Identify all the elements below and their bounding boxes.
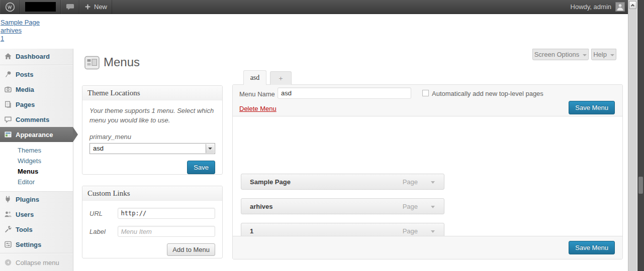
wordpress-logo-icon bbox=[5, 2, 15, 12]
posts-icon bbox=[4, 70, 12, 78]
menu-item-type: Page bbox=[403, 178, 418, 186]
sidebar-item-label: Dashboard bbox=[16, 53, 50, 60]
theme-locations-description: Your theme supports 1 menu. Select which… bbox=[89, 106, 215, 125]
menu-name-field[interactable] bbox=[278, 87, 411, 99]
expand-item-icon[interactable] bbox=[431, 230, 435, 233]
settings-icon bbox=[4, 240, 12, 248]
theme-locations-body: Your theme supports 1 menu. Select which… bbox=[82, 106, 222, 174]
menu-settings-bar: Menu Name Automatically add new top-leve… bbox=[233, 85, 622, 116]
sidebar-item-dashboard[interactable]: Dashboard bbox=[0, 49, 73, 64]
expand-item-icon[interactable] bbox=[431, 181, 435, 184]
media-icon bbox=[4, 85, 12, 93]
custom-links-box: Custom Links URL Label Add to Menu bbox=[82, 186, 223, 258]
auto-add-pages-checkbox[interactable] bbox=[422, 90, 429, 96]
comments-icon bbox=[4, 115, 12, 123]
page-link-arhives[interactable]: arhives bbox=[1, 27, 40, 35]
chevron-up-icon bbox=[631, 4, 634, 7]
help-label: Help bbox=[593, 51, 607, 58]
menu-item-sample-page[interactable]: Sample Page Page bbox=[241, 174, 444, 190]
page-link-sample-page[interactable]: Sample Page bbox=[1, 19, 40, 27]
add-to-menu-button[interactable]: Add to Menu bbox=[167, 243, 215, 256]
menu-name-label: Menu Name bbox=[239, 90, 275, 98]
outer-scrollbar[interactable] bbox=[637, 0, 644, 271]
custom-links-body: URL Label Add to Menu bbox=[82, 208, 222, 256]
sidebar-item-label: Tools bbox=[16, 226, 33, 233]
sidebar-item-users[interactable]: Users bbox=[0, 207, 73, 222]
new-content-menu[interactable]: New bbox=[79, 0, 112, 14]
menu-item-title: Sample Page bbox=[250, 178, 291, 186]
sidebar-item-comments[interactable]: Comments bbox=[0, 112, 73, 127]
auto-add-pages-label: Automatically add new top-level pages bbox=[432, 90, 543, 97]
menu-items-area: Sample Page Page arhives Page 1 Page bbox=[233, 116, 622, 236]
sidebar-item-label: Users bbox=[16, 211, 34, 218]
sidebar-item-settings[interactable]: Settings bbox=[0, 237, 73, 252]
url-field[interactable] bbox=[118, 208, 215, 219]
admin-bar: New Howdy, admin bbox=[0, 0, 628, 14]
save-location-button[interactable]: Save bbox=[187, 161, 215, 174]
save-menu-button-top[interactable]: Save Menu bbox=[569, 101, 615, 114]
sidebar-subitem-widgets[interactable]: Widgets bbox=[0, 156, 73, 166]
collapse-menu-button[interactable]: Collapse menu bbox=[0, 255, 73, 270]
theme-locations-header[interactable]: Theme Locations bbox=[82, 86, 222, 100]
sidebar-subitem-editor[interactable]: Editor bbox=[0, 177, 73, 187]
page-scrollbar[interactable] bbox=[628, 0, 637, 271]
comments-shortcut[interactable] bbox=[61, 0, 79, 14]
sidebar-item-appearance[interactable]: Appearance bbox=[0, 127, 73, 142]
page-title: Menus bbox=[104, 55, 140, 69]
scrollbar-up-button[interactable] bbox=[629, 1, 636, 9]
expand-item-icon[interactable] bbox=[431, 206, 435, 208]
sidebar-subitem-themes[interactable]: Themes bbox=[0, 145, 73, 156]
menu-item-arhives[interactable]: arhives Page bbox=[241, 198, 444, 214]
screen-options-label: Screen Options bbox=[534, 51, 580, 58]
sidebar-item-posts[interactable]: Posts bbox=[0, 67, 73, 82]
save-menu-button-bottom[interactable]: Save Menu bbox=[569, 241, 615, 254]
delete-menu-link[interactable]: Delete Menu bbox=[239, 105, 277, 112]
menu-tab-asd[interactable]: asd bbox=[243, 70, 266, 85]
sidebar-item-tools[interactable]: Tools bbox=[0, 222, 73, 237]
appearance-icon bbox=[4, 130, 12, 139]
comment-bubble-icon bbox=[66, 3, 74, 11]
menus-screen-icon bbox=[84, 55, 100, 71]
collapse-arrow-icon bbox=[4, 258, 12, 266]
menu-item-type: Page bbox=[403, 203, 418, 210]
custom-links-header[interactable]: Custom Links bbox=[82, 186, 222, 201]
account-menu[interactable]: Howdy, admin bbox=[571, 3, 628, 11]
theme-locations-box: Theme Locations Your theme supports 1 me… bbox=[82, 85, 223, 175]
sidebar-subitem-menus[interactable]: Menus bbox=[0, 166, 73, 177]
select-dropdown-button[interactable] bbox=[206, 144, 214, 153]
menu-item-title: 1 bbox=[250, 227, 253, 235]
sidebar-item-label: Appearance bbox=[16, 131, 53, 139]
pages-icon bbox=[4, 100, 12, 108]
new-label: New bbox=[94, 3, 107, 11]
collapse-menu-label: Collapse menu bbox=[16, 259, 59, 266]
dashboard-icon bbox=[4, 52, 12, 60]
menu-editor-footer: Save Menu bbox=[233, 236, 622, 259]
sidebar-item-label: Settings bbox=[16, 241, 41, 248]
chevron-down-icon bbox=[583, 54, 587, 56]
sidebar-item-pages[interactable]: Pages bbox=[0, 97, 73, 112]
avatar bbox=[616, 3, 624, 11]
selected-menu-value: asd bbox=[93, 145, 104, 152]
sidebar-item-plugins[interactable]: Plugins bbox=[0, 192, 73, 207]
plugins-icon bbox=[4, 195, 12, 203]
sidebar: Dashboard Posts Media Pages Comments App… bbox=[0, 49, 73, 271]
menu-location-select[interactable]: asd bbox=[89, 143, 215, 154]
page-link-1[interactable]: 1 bbox=[1, 35, 40, 43]
url-label: URL bbox=[89, 210, 118, 217]
users-icon bbox=[4, 210, 12, 218]
add-menu-tab[interactable]: + bbox=[270, 71, 292, 85]
menu-editor: Menu Name Automatically add new top-leve… bbox=[232, 84, 623, 259]
site-name-redacted[interactable] bbox=[20, 0, 61, 14]
sidebar-item-label: Media bbox=[16, 86, 34, 93]
tools-icon bbox=[4, 225, 12, 233]
sidebar-item-media[interactable]: Media bbox=[0, 82, 73, 97]
current-menu-arrow bbox=[73, 127, 78, 142]
help-button[interactable]: Help bbox=[591, 49, 616, 60]
screen-options-button[interactable]: Screen Options bbox=[532, 49, 589, 60]
wordpress-logo[interactable] bbox=[0, 0, 20, 14]
link-label-field[interactable] bbox=[118, 226, 215, 237]
theme-location-name: primary_menu bbox=[89, 133, 215, 141]
outer-scrollbar-thumb[interactable] bbox=[638, 177, 643, 194]
redaction-block bbox=[25, 2, 56, 12]
sidebar-item-label: Posts bbox=[16, 71, 33, 78]
